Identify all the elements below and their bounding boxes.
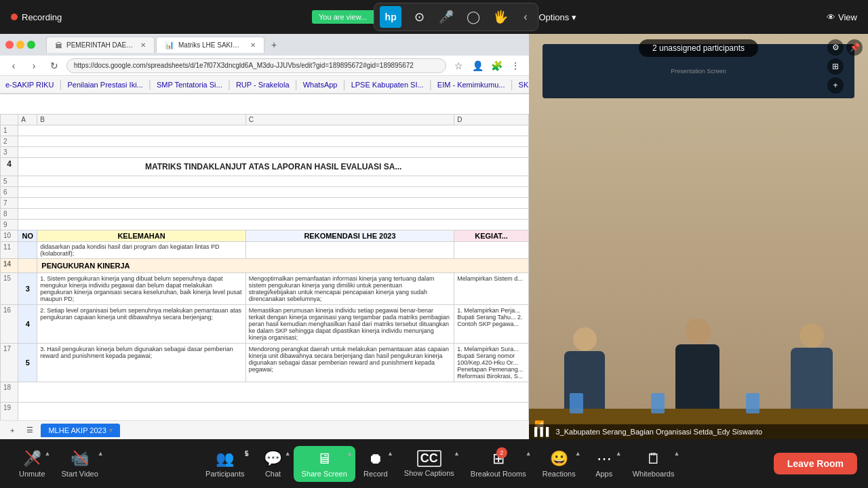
reactions-label: Reactions	[542, 470, 576, 478]
active-sheet-tab[interactable]: MLHE AKIP 2023 ▾	[41, 424, 119, 437]
forward-button[interactable]: ›	[26, 58, 42, 74]
tab2-close-icon[interactable]: ✕	[250, 41, 256, 49]
spreadsheet-table: A B C D 1	[0, 114, 529, 420]
video-name-badge: ▌▌▌ 3_Kabupaten Serang_Bagian Organisasi…	[529, 424, 868, 439]
leave-room-button[interactable]: Leave Room	[774, 453, 857, 474]
whiteboards-button[interactable]: 🗒 Whiteboards ▲	[625, 446, 683, 482]
bookmark-rup[interactable]: RUP - Srakelola	[236, 81, 290, 89]
toolbar-hand-icon[interactable]: 🖐	[491, 7, 510, 26]
person-2-head	[685, 319, 711, 344]
toolbar-mic-icon[interactable]: 🎤	[437, 7, 456, 26]
toolbar-webcam-icon[interactable]: ⊙	[410, 7, 429, 26]
bookmark-esakip[interactable]: e-SAKIP RIKU	[5, 81, 54, 89]
whiteboards-label: Whiteboards	[633, 470, 675, 478]
maximize-window-dot[interactable]	[27, 41, 35, 49]
browser-tab-2[interactable]: 📊 Matriks LHE SAKIP 2023.xls... ✕	[156, 37, 264, 53]
bookmark-whatsapp[interactable]: WhatsApp	[303, 81, 338, 89]
table-row[interactable]: 15 3 1. Sistem pengukuran kinerja yang d…	[1, 273, 529, 305]
bookmark-eim[interactable]: EIM - Kemimkumu...	[437, 81, 505, 89]
cell-1a[interactable]	[18, 125, 529, 136]
breakout-button[interactable]: ⊞ 2 Breakout Rooms ▲	[462, 446, 534, 482]
bookmark-icon[interactable]: ☆	[450, 58, 467, 74]
captions-button[interactable]: CC Show Captions ▲	[396, 446, 462, 481]
bookmark-penilaian[interactable]: Penilaian Prestasi Iki...	[67, 81, 142, 89]
captions-chevron-icon[interactable]: ▲	[454, 450, 460, 457]
share-screen-icon: 🖥	[317, 450, 332, 468]
breakout-icon: ⊞ 2	[492, 450, 505, 468]
video-panel: 2 unassigned participants Presentation S…	[529, 34, 868, 439]
header-kelemahan: KELEMAHAN	[37, 230, 245, 242]
table-row[interactable]: 17 5 3. Hasil pengukuran kinerja belum d…	[1, 344, 529, 382]
video-icon: 📹	[71, 450, 89, 468]
apps-button[interactable]: ⋯ Apps ▲	[584, 446, 625, 482]
record-label: Record	[363, 470, 387, 478]
reactions-chevron-icon[interactable]: ▲	[575, 450, 581, 457]
bookmark-smp[interactable]: SMP Tentatoria Si...	[157, 81, 222, 89]
record-icon: ⏺	[368, 450, 383, 468]
reload-button[interactable]: ↻	[46, 58, 62, 74]
more-menu-icon[interactable]: ⋮	[507, 58, 524, 74]
spreadsheet-table-wrapper[interactable]: A B C D 1	[0, 114, 529, 420]
chat-button[interactable]: 💬 Chat ▲	[253, 446, 294, 482]
browser-nav: ‹ › ↻ https://docs.google.com/spreadshee…	[0, 56, 529, 76]
share-chevron-icon[interactable]: ▲	[347, 450, 353, 457]
table-row: 3	[1, 147, 529, 158]
header-kegiatan: KEGIAT...	[454, 230, 529, 242]
sheet-tabs: + ☰ MLHE AKIP 2023 ▾	[0, 420, 529, 439]
table-row: 6	[1, 187, 529, 198]
person-1-head	[573, 327, 597, 351]
video-room-scene: Presentation Screen	[529, 34, 868, 439]
apps-label: Apps	[595, 470, 612, 478]
address-bar[interactable]: https://docs.google.com/spreadsheets/d/1…	[66, 58, 446, 73]
start-video-label: Start Video	[62, 470, 98, 478]
participants-icon: 👥	[216, 450, 234, 468]
record-chevron-icon[interactable]: ▲	[387, 450, 393, 457]
whiteboards-chevron-icon[interactable]: ▲	[674, 450, 680, 457]
video-more-icon[interactable]: +	[827, 77, 844, 94]
profile-icon[interactable]: 👤	[469, 58, 486, 74]
table-item-bottle-3	[746, 393, 760, 413]
back-button[interactable]: ‹	[5, 58, 22, 74]
mic-icon: 🎤	[23, 450, 41, 468]
record-button[interactable]: ⏺ Record ▲	[355, 446, 396, 482]
rec-dot	[11, 14, 18, 20]
table-row[interactable]: 16 4 2. Setiap level organisasi belum se…	[1, 305, 529, 344]
participants-button[interactable]: 👥 Participants 5 ▲	[197, 446, 252, 482]
view-button[interactable]: 👁 View	[827, 12, 857, 22]
apps-chevron-icon[interactable]: ▲	[616, 450, 622, 457]
table-row: 4 MATRIKS TINDAKLANJUT ATAS LAPORAN HASI…	[1, 158, 529, 176]
tab-dropdown-icon[interactable]: ▾	[109, 426, 113, 434]
video-chevron-icon[interactable]: ▲	[98, 450, 104, 457]
sheet-menu-button[interactable]: ☰	[22, 424, 38, 436]
video-expand-icon[interactable]: ⊞	[827, 58, 844, 75]
header-no: NO	[18, 230, 37, 242]
browser-tab-1[interactable]: 🏛 PEMERINTAH DAERAH KABU... ✕	[46, 37, 155, 53]
share-screen-button[interactable]: 🖥 Share Screen ▲	[294, 446, 355, 482]
close-window-dot[interactable]	[5, 41, 14, 49]
browser-dots	[5, 41, 35, 49]
options-label: Options	[538, 12, 569, 22]
unmute-label: Unmute	[19, 470, 45, 478]
unmute-button[interactable]: 🎤 Unmute ▲	[11, 446, 54, 482]
tab1-close-icon[interactable]: ✕	[140, 41, 146, 49]
toolbar-camera-icon[interactable]: ◯	[464, 7, 483, 26]
bookmark-lpse[interactable]: LPSE Kabupaten SI...	[351, 81, 424, 89]
add-sheet-button[interactable]: +	[5, 424, 19, 436]
options-button[interactable]: Options ▾	[538, 12, 576, 22]
participants-count-label: 2 unassigned participants	[639, 39, 758, 57]
bookmark-skpd[interactable]: SKPD | Kementerian...	[519, 81, 529, 89]
participants-chevron-icon[interactable]: ▲	[244, 450, 250, 457]
minimize-window-dot[interactable]	[16, 41, 24, 49]
table-row: 5	[1, 176, 529, 187]
table-row: 14 PENGUKURAN KINERJA	[1, 259, 529, 273]
toolbar-back-icon[interactable]: ‹	[518, 8, 532, 26]
view-label: View	[838, 12, 857, 22]
reactions-button[interactable]: 😀 Reactions ▲	[534, 446, 584, 482]
start-video-button[interactable]: 📹 Start Video ▲	[54, 446, 106, 482]
chat-chevron-icon[interactable]: ▲	[285, 450, 291, 457]
breakout-chevron-icon[interactable]: ▲	[526, 450, 532, 457]
extensions-icon[interactable]: 🧩	[488, 58, 505, 74]
new-tab-button[interactable]: +	[266, 37, 282, 53]
person-3-head	[800, 323, 824, 348]
unmute-chevron-icon[interactable]: ▲	[45, 450, 51, 457]
